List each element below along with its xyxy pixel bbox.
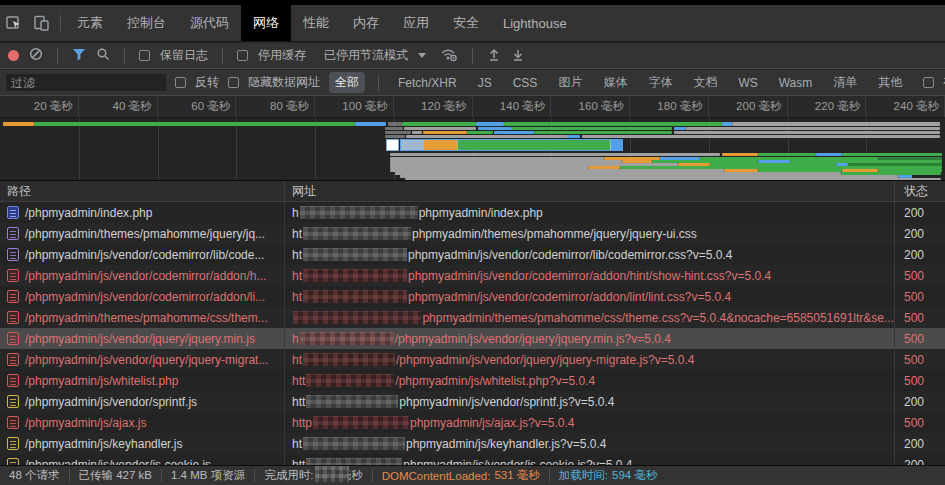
preserve-log-checkbox[interactable] [139,50,150,61]
tab-lighthouse[interactable]: Lighthouse [491,5,579,41]
network-overview[interactable] [0,118,945,181]
request-path: /phpmyadmin/js/vendor/codemirror/lib/cod… [25,248,264,262]
hide-data-urls-checkbox[interactable] [228,77,239,88]
filter-type-css[interactable]: CSS [507,74,544,92]
censored-host-block [313,416,409,429]
filter-type--[interactable]: 字体 [642,72,678,93]
request-row[interactable]: /phpmyadmin/js/vendor/js.cookie.jshttphp… [0,454,945,465]
url-cell: ht/phpmyadmin/js/vendor/jquery/jquery-mi… [285,349,895,370]
tab-application[interactable]: 应用 [391,5,441,41]
filter-funnel-icon[interactable] [72,48,86,64]
status-code: 200 [904,395,924,409]
column-header-status[interactable]: 状态 [895,181,945,201]
tab-elements[interactable]: 元素 [65,5,115,41]
request-url: /phpmyadmin/js/vendor/jquery/jquery-migr… [396,353,694,367]
waterfall-bar [494,131,534,134]
request-row[interactable]: /phpmyadmin/js/vendor/codemirror/addon/l… [0,286,945,307]
throttling-select[interactable]: 已停用节流模式 [324,47,408,64]
status-code: 500 [904,416,924,430]
tab-network[interactable]: 网络 [241,5,291,41]
request-row[interactable]: /phpmyadmin/js/vendor/jquery/jquery.min.… [0,328,945,349]
waterfall-bar [406,135,568,138]
timeline-ruler: 20 毫秒40 毫秒60 毫秒80 毫秒100 毫秒120 毫秒140 毫秒16… [0,96,945,118]
export-har-icon[interactable] [511,47,525,65]
censored-host-block [306,374,394,387]
request-row[interactable]: /phpmyadmin/js/vendor/codemirror/lib/cod… [0,244,945,265]
filter-input[interactable] [6,74,166,91]
filter-type--[interactable]: 全部 [329,72,365,93]
inspect-cursor-icon[interactable] [6,15,23,31]
request-row[interactable]: /phpmyadmin/js/vendor/sprintf.jshttphpmy… [0,391,945,412]
waterfall-bar [722,122,732,126]
waterfall-bar [355,122,386,126]
ruler-tick: 240 毫秒 [866,96,945,117]
url-prefix: htt [292,458,305,466]
request-row[interactable]: /phpmyadmin/themes/pmahomme/jquery/jq...… [0,223,945,244]
transferred-size: 已传输 427 kB [70,469,163,482]
divider [222,48,223,64]
path-cell: /phpmyadmin/js/vendor/sprintf.js [0,391,285,412]
waterfall-bar [674,127,686,130]
filter-type-wasm[interactable]: Wasm [773,74,819,92]
request-row[interactable]: /phpmyadmin/index.phphphpmyadmin/index.p… [0,202,945,223]
request-row[interactable]: /phpmyadmin/js/vendor/jquery/jquery-migr… [0,349,945,370]
filter-type--[interactable]: 媒体 [597,72,633,93]
blocked-cookies-checkbox[interactable] [923,77,934,88]
filter-type--[interactable]: 其他 [872,72,908,93]
url-prefix: ht [292,227,302,241]
css-file-icon [7,311,19,324]
filter-type-fetch-xhr[interactable]: Fetch/XHR [392,74,463,92]
censored-host-block [306,395,398,408]
network-conditions-icon[interactable] [440,47,458,65]
load-time: 加载时间: 594 毫秒 [550,469,667,482]
waterfall-bar [582,135,940,138]
doc-file-icon [7,206,19,219]
waterfall-bar [467,131,493,134]
ruler-tick: 40 毫秒 [79,96,158,117]
chevron-down-icon[interactable] [418,53,426,58]
censored-host-block [303,437,405,450]
request-row[interactable]: /phpmyadmin/js/vendor/codemirror/addon/h… [0,265,945,286]
status-bar: 48 个请求 已传输 427 kB 1.4 MB 项资源 完成用时: 627 毫… [0,465,945,485]
search-icon[interactable] [96,47,110,64]
url-prefix: ht [292,437,302,451]
invert-checkbox[interactable] [175,77,186,88]
tab-security[interactable]: 安全 [441,5,491,41]
tab-memory[interactable]: 内存 [341,5,391,41]
preserve-log-label: 保留日志 [160,47,208,64]
waterfall-bar [390,153,720,156]
import-har-icon[interactable] [487,47,501,65]
tab-console[interactable]: 控制台 [115,5,178,41]
filter-type-js[interactable]: JS [472,74,498,92]
status-cell: 200 [895,433,945,454]
request-row[interactable]: /phpmyadmin/js/ajax.jshttpphpmyadmin/js/… [0,412,945,433]
device-toolbar-icon[interactable] [33,15,50,31]
waterfall-bar [686,127,940,130]
path-cell: /phpmyadmin/js/vendor/codemirror/addon/h… [0,265,285,286]
disable-cache-checkbox[interactable] [237,50,248,61]
column-header-path[interactable]: 路径 [0,181,285,201]
filter-type--[interactable]: 清单 [827,72,863,93]
request-row[interactable]: /phpmyadmin/js/whitelist.phphtt/phpmyadm… [0,370,945,391]
request-row[interactable]: /phpmyadmin/js/keyhandler.jshtphpmyadmin… [0,433,945,454]
waterfall-bar [423,131,467,134]
tab-performance[interactable]: 性能 [291,5,341,41]
status-code: 200 [904,248,924,262]
url-cell: phpmyadmin/themes/pmahomme/css/theme.css… [285,307,895,328]
url-prefix: http [292,416,312,430]
filter-type--[interactable]: 图片 [552,72,588,93]
clear-icon[interactable] [29,47,43,64]
column-header-url[interactable]: 网址 [285,181,895,201]
record-icon[interactable] [8,50,19,61]
url-prefix: ht [292,269,302,283]
tab-sources[interactable]: 源代码 [178,5,241,41]
request-row[interactable]: /phpmyadmin/themes/pmahomme/css/them...p… [0,307,945,328]
path-cell: /phpmyadmin/js/vendor/jquery/jquery.min.… [0,328,285,349]
divider [60,15,61,31]
filter-type-ws[interactable]: WS [732,74,763,92]
waterfall-bar [476,122,504,126]
request-path: /phpmyadmin/js/ajax.js [25,416,146,430]
url-cell: httphpmyadmin/js/vendor/sprintf.js?v=5.0… [285,391,895,412]
request-url: phpmyadmin/index.php [419,206,543,220]
filter-type--[interactable]: 文档 [687,72,723,93]
